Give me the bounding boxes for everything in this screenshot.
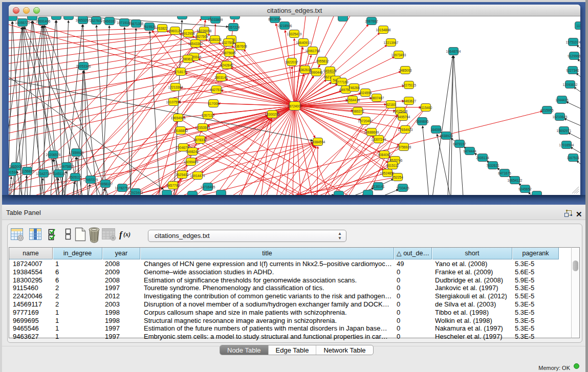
svg-text:10154808: 10154808	[376, 28, 391, 32]
svg-text:9084067: 9084067	[378, 153, 391, 157]
svg-text:10653267: 10653267	[76, 18, 91, 22]
svg-text:12275115: 12275115	[402, 83, 417, 87]
svg-text:10654122: 10654122	[508, 179, 522, 182]
svg-text:12353594: 12353594	[195, 126, 210, 129]
svg-text:7357224: 7357224	[227, 26, 240, 29]
svg-text:8242845: 8242845	[220, 63, 233, 67]
svg-text:12213363: 12213363	[168, 85, 183, 89]
svg-text:16210645: 16210645	[553, 115, 568, 119]
svg-text:9827509: 9827509	[195, 35, 208, 38]
svg-text:1733426: 1733426	[396, 186, 409, 190]
svg-text:19654983: 19654983	[171, 116, 186, 120]
svg-text:19218506: 19218506	[277, 24, 292, 28]
svg-text:8186328: 8186328	[208, 38, 222, 41]
svg-text:19756928: 19756928	[397, 145, 411, 149]
svg-text:1465001: 1465001	[9, 165, 23, 168]
svg-text:8471676: 8471676	[498, 171, 511, 175]
svg-text:3267110: 3267110	[202, 114, 214, 117]
svg-text:12342737: 12342737	[36, 172, 51, 176]
svg-text:6479197: 6479197	[453, 142, 466, 146]
svg-text:164095: 164095	[430, 128, 442, 132]
svg-text:13325419: 13325419	[287, 32, 302, 36]
svg-text:8960124: 8960124	[168, 29, 182, 33]
svg-text:7515526: 7515526	[143, 25, 156, 29]
svg-text:9327508: 9327508	[222, 41, 235, 45]
svg-text:10648784: 10648784	[446, 50, 461, 53]
svg-text:20691406: 20691406	[36, 19, 51, 23]
svg-text:16782759: 16782759	[115, 186, 130, 190]
svg-text:19384554: 19384554	[311, 140, 325, 144]
svg-text:1615112: 1615112	[386, 164, 399, 167]
svg-text:16671355: 16671355	[129, 22, 144, 26]
svg-text:7955812: 7955812	[316, 59, 329, 63]
svg-text:16914479: 16914479	[190, 174, 205, 178]
svg-text:1822037: 1822037	[285, 60, 298, 64]
svg-text:8912954: 8912954	[182, 32, 195, 35]
svg-text:1244415: 1244415	[555, 98, 569, 102]
svg-text:8990448: 8990448	[310, 71, 323, 74]
svg-text:15751074: 15751074	[566, 40, 580, 44]
svg-text:9129966: 9129966	[568, 54, 580, 58]
svg-text:12093832: 12093832	[563, 83, 578, 86]
svg-text:12213967: 12213967	[384, 41, 399, 45]
svg-text:2505115: 2505115	[69, 176, 82, 179]
svg-text:16543362: 16543362	[188, 42, 203, 46]
svg-text:17359928: 17359928	[69, 151, 84, 155]
svg-text:13495764: 13495764	[396, 115, 410, 119]
svg-text:16033809: 16033809	[208, 18, 223, 21]
svg-text:7625402: 7625402	[176, 173, 189, 177]
svg-text:6466160: 6466160	[103, 19, 116, 23]
svg-text:17016504: 17016504	[559, 143, 574, 147]
svg-text:16961758: 16961758	[306, 49, 320, 53]
svg-text:817006: 817006	[208, 102, 219, 105]
svg-text:9227341: 9227341	[566, 69, 579, 72]
svg-text:10688609: 10688609	[364, 130, 379, 134]
svg-text:2367608: 2367608	[234, 45, 247, 48]
svg-text:8938923: 8938923	[440, 134, 453, 138]
svg-text:20206576: 20206576	[46, 153, 61, 157]
svg-text:746266: 746266	[349, 86, 360, 90]
svg-text:1024554: 1024554	[359, 91, 372, 95]
svg-text:98961: 98961	[183, 57, 192, 61]
svg-text:4136141: 4136141	[372, 185, 385, 188]
svg-text:1145114: 1145114	[53, 172, 66, 176]
svg-text:7986372: 7986372	[351, 110, 364, 113]
svg-text:10807487: 10807487	[369, 96, 384, 100]
svg-text:f: f	[119, 230, 123, 239]
svg-text:15716485: 15716485	[201, 185, 215, 189]
svg-text:11156829: 11156829	[20, 169, 34, 173]
svg-text:9115460: 9115460	[420, 106, 432, 110]
svg-text:14463627: 14463627	[402, 99, 417, 103]
svg-text:16099489: 16099489	[184, 160, 199, 164]
svg-text:252254: 252254	[392, 176, 403, 179]
svg-text:763822: 763822	[157, 27, 168, 30]
svg-text:21564436: 21564436	[345, 98, 360, 102]
svg-text:53226058: 53226058	[197, 29, 212, 33]
svg-text:9457791: 9457791	[166, 184, 180, 187]
svg-text:8427512: 8427512	[210, 88, 223, 92]
svg-text:14055721: 14055721	[15, 21, 30, 25]
svg-text:15692971: 15692971	[557, 129, 572, 133]
svg-text:8215955: 8215955	[540, 108, 554, 112]
svg-text:17654923: 17654923	[398, 128, 413, 132]
svg-text:9699695: 9699695	[416, 120, 429, 123]
svg-text:16107553: 16107553	[166, 100, 181, 104]
svg-text:1167531: 1167531	[567, 156, 580, 160]
svg-text:16640910: 16640910	[296, 41, 311, 45]
svg-text:2718170: 2718170	[174, 70, 187, 74]
svg-text:9474444: 9474444	[463, 149, 476, 153]
svg-text:6494028: 6494028	[323, 69, 337, 73]
svg-text:7485003: 7485003	[399, 69, 412, 72]
svg-text:1117: 1117	[576, 24, 580, 28]
svg-text:19166852: 19166852	[173, 129, 188, 133]
svg-text:5498242: 5498242	[186, 150, 199, 154]
svg-text:2935134: 2935134	[476, 156, 489, 160]
svg-text:2087662: 2087662	[365, 19, 378, 23]
svg-text:2803144: 2803144	[214, 76, 228, 79]
svg-text:17957225: 17957225	[83, 178, 98, 182]
svg-text:10975887: 10975887	[59, 165, 74, 168]
svg-text:62160: 62160	[386, 103, 396, 106]
svg-text:18724007: 18724007	[288, 104, 302, 108]
svg-text:12923443: 12923443	[128, 191, 143, 194]
svg-text:18307249: 18307249	[372, 138, 386, 141]
